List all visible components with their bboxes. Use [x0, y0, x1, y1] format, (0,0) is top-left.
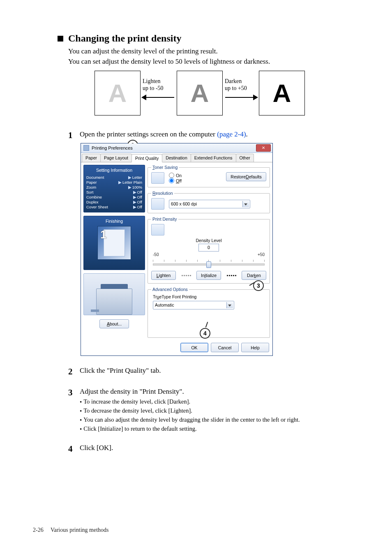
- page-footer-text: Various printing methods: [51, 527, 109, 533]
- a-dark-icon: A: [273, 81, 291, 106]
- initialize-button[interactable]: Initialize: [196, 271, 221, 280]
- step-1-text: Open the printer settings screen on the …: [80, 130, 217, 138]
- truetype-dropdown[interactable]: Automatic: [153, 301, 234, 309]
- callout-4-num: 4: [203, 330, 207, 337]
- finishing-title: Finishing: [106, 219, 123, 224]
- resolution-legend: Resolution: [151, 191, 174, 196]
- dialog-app-icon: [83, 145, 89, 151]
- dots-dark-icon: [227, 275, 236, 276]
- arrow-right-head-icon: [253, 95, 258, 100]
- step-3-bullet-1: To increase the density level, click [Da…: [80, 397, 367, 406]
- callout-3-num: 3: [257, 282, 260, 289]
- tab-page-layout[interactable]: Page Layout: [100, 154, 132, 162]
- density-label: Density Level: [151, 238, 266, 243]
- si-combine-v: Off: [137, 195, 143, 199]
- lighten-label1: Lighten: [143, 78, 161, 84]
- intro-line2: You can set adjust the density level to …: [68, 57, 367, 67]
- diagram-box-mid: A: [177, 71, 223, 115]
- tab-paper[interactable]: Paper: [82, 154, 101, 162]
- step-2-text: Click the "Print Quality" tab.: [80, 367, 367, 377]
- printing-preferences-dialog: Printing Preferences ✕ Paper Page Layout…: [81, 143, 273, 356]
- arrow-left-head-icon: [141, 95, 146, 100]
- step-3-bullet-3: You can also adjust the density level by…: [80, 416, 367, 425]
- arrow-right-icon: [225, 97, 256, 98]
- toner-on-radio[interactable]: [169, 173, 174, 178]
- close-icon: ✕: [262, 146, 265, 150]
- intro-line1: You can adjust the density level of the …: [68, 46, 367, 57]
- si-zoom-v: 100%: [132, 185, 142, 189]
- darken-label1: Darken: [225, 78, 242, 84]
- heading-bullet-icon: [58, 36, 63, 42]
- darken-button[interactable]: Darken: [242, 271, 266, 280]
- tab-print-quality[interactable]: Print Quality: [131, 154, 162, 162]
- density-slider[interactable]: [153, 258, 265, 269]
- step-1-end: .: [246, 130, 248, 138]
- intro-text: You can adjust the density level of the …: [68, 46, 367, 67]
- a-light-icon: A: [108, 81, 127, 106]
- toner-on-label: On: [176, 173, 182, 178]
- toner-saving-legend: Toner Saving: [151, 165, 179, 170]
- si-doc-l: Document: [86, 175, 104, 180]
- darken-label2: up to +50: [225, 85, 247, 91]
- step-1-number: 1: [68, 130, 80, 141]
- truetype-label: TrueType Font Printing: [153, 294, 266, 299]
- diagram-box-dark: A: [259, 71, 305, 115]
- restore-defaults-button[interactable]: Restore Defaults: [226, 172, 266, 181]
- density-value-field[interactable]: 0: [198, 244, 219, 252]
- density-icon: [151, 224, 164, 235]
- dialog-title: Printing Preferences: [92, 145, 133, 150]
- heading: Changing the print density: [68, 33, 181, 44]
- step-3-bullet-4: Click [Initialize] to return to the defa…: [80, 425, 367, 434]
- toner-icon: [151, 172, 164, 184]
- step-3-text: Adjust the density in "Print Density".: [80, 388, 367, 396]
- diagram-lighten-arrow: Lighten up to -50: [141, 71, 177, 115]
- tab-destination[interactable]: Destination: [162, 154, 191, 162]
- step-4-text: Click [OK].: [80, 444, 367, 454]
- cancel-button[interactable]: Cancel: [211, 343, 239, 352]
- si-sort-l: Sort: [86, 190, 93, 194]
- si-cover-v: Off: [137, 205, 143, 209]
- resolution-dropdown[interactable]: 600 x 600 dpi: [169, 200, 250, 208]
- print-density-group: Print Density Density Level 0 -50 +50: [148, 217, 270, 284]
- density-max: +50: [258, 252, 265, 257]
- dialog-title-bar[interactable]: Printing Preferences ✕: [81, 143, 272, 153]
- toner-off-radio[interactable]: [169, 178, 174, 183]
- resolution-group: Resolution 600 x 600 dpi: [148, 191, 270, 213]
- help-button[interactable]: Help: [241, 343, 269, 352]
- about-button[interactable]: About...: [99, 319, 129, 328]
- lighten-label2: up to -50: [143, 85, 164, 91]
- device-illustration-icon: [83, 273, 145, 315]
- si-combine-l: Combine: [86, 195, 102, 199]
- page-footer: 2-26 Various printing methods: [33, 527, 108, 533]
- step-4-number: 4: [68, 444, 80, 454]
- a-mid-icon: A: [191, 81, 209, 106]
- step-3-number: 3: [68, 388, 80, 433]
- ok-button[interactable]: OK: [180, 343, 208, 352]
- tab-other[interactable]: Other: [236, 154, 254, 162]
- toner-saving-group: Toner Saving Restore Defaults On Off: [148, 165, 270, 187]
- dots-light-icon: [182, 275, 191, 276]
- arrow-left-icon: [143, 97, 174, 98]
- step-1-link[interactable]: (page 2-4): [217, 130, 246, 138]
- density-min: -50: [153, 252, 159, 257]
- tab-extended-functions[interactable]: Extended Functions: [191, 154, 236, 162]
- step-3-bullet-2: To decrease the density level, click [Li…: [80, 406, 367, 416]
- si-zoom-l: Zoom: [86, 185, 96, 189]
- lighten-button[interactable]: Lighten: [151, 271, 176, 280]
- si-cover-l: Cover Sheet: [86, 205, 108, 209]
- advanced-legend: Advanced Options: [151, 287, 189, 292]
- dialog-footer: OK Cancel Help: [81, 340, 272, 355]
- slider-thumb-icon[interactable]: [206, 261, 211, 268]
- close-button[interactable]: ✕: [256, 144, 271, 152]
- finishing-panel: Finishing 1: [83, 216, 145, 270]
- about-label: bout...: [110, 321, 122, 326]
- setting-info-title: Setting Information: [86, 168, 142, 173]
- resolution-icon: [151, 198, 164, 210]
- si-sort-v: Off: [137, 190, 143, 194]
- finishing-marker: 1: [100, 228, 107, 241]
- diagram-box-light: A: [95, 71, 141, 115]
- si-doc-v: Letter: [132, 175, 142, 180]
- step-2-number: 2: [68, 367, 80, 377]
- density-diagram: A Lighten up to -50 A Darken up to +50 A: [95, 71, 367, 115]
- print-density-legend: Print Density: [151, 217, 178, 222]
